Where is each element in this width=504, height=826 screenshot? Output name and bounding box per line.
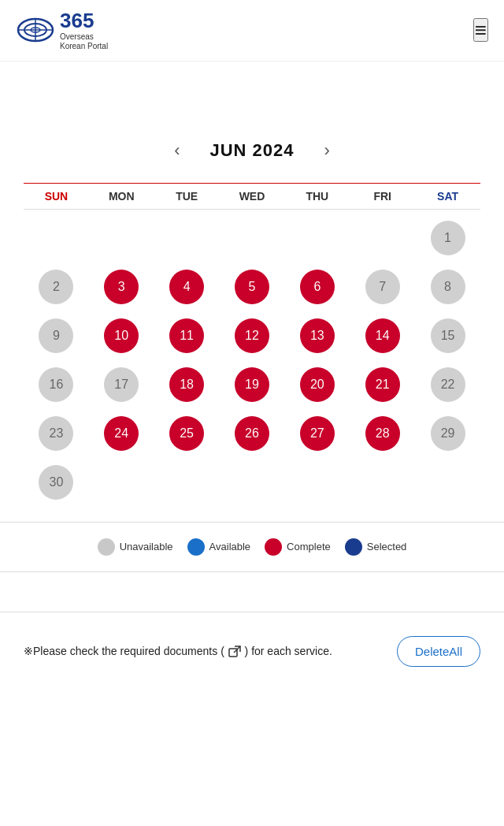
day-cell: 22 xyxy=(415,361,480,408)
day-cell: 9 xyxy=(24,312,89,359)
logo-sub-line1: Overseas xyxy=(60,32,108,42)
day-cell xyxy=(284,459,350,506)
day-cell: 12 xyxy=(220,312,285,359)
day-cell xyxy=(89,459,154,506)
day-circle-8[interactable]: 8 xyxy=(431,270,465,304)
day-cell xyxy=(415,459,480,506)
day-cell: 4 xyxy=(154,263,220,311)
day-circle-2[interactable]: 2 xyxy=(39,270,73,304)
day-circle-10[interactable]: 10 xyxy=(104,318,139,353)
day-cell xyxy=(220,214,285,262)
hamburger-button[interactable]: ≡ xyxy=(473,18,488,42)
day-cell: 17 xyxy=(89,361,154,408)
day-cell: 27 xyxy=(284,410,350,457)
day-cell: 15 xyxy=(415,312,480,359)
legend-dot-unavailable xyxy=(98,538,115,556)
day-circle-20[interactable]: 20 xyxy=(300,367,335,402)
legend: UnavailableAvailableCompleteSelected xyxy=(0,522,504,564)
day-circle-3[interactable]: 3 xyxy=(104,270,139,304)
day-circle-25[interactable]: 25 xyxy=(169,416,204,451)
logo-text: 365 Overseas Korean Portal xyxy=(60,9,108,51)
day-circle-24[interactable]: 24 xyxy=(104,416,139,451)
day-circle-19[interactable]: 19 xyxy=(235,367,269,402)
legend-dot-complete xyxy=(265,538,282,556)
day-circle-1[interactable]: 1 xyxy=(431,221,465,255)
day-circle-21[interactable]: 21 xyxy=(365,367,400,402)
day-cell: 18 xyxy=(154,361,220,408)
weekday-cell-tue: TUE xyxy=(154,190,220,203)
day-circle-11[interactable]: 11 xyxy=(169,318,204,353)
legend-label-unavailable: Unavailable xyxy=(120,541,173,553)
divider xyxy=(0,571,504,572)
day-cell: 28 xyxy=(350,410,415,457)
legend-label-selected: Selected xyxy=(367,541,407,553)
legend-label-available: Available xyxy=(209,541,251,553)
prev-month-button[interactable]: ‹ xyxy=(168,140,186,161)
footer-area: ※Please check the required documents ( )… xyxy=(0,620,504,683)
legend-item-available: Available xyxy=(187,538,251,556)
spacer xyxy=(0,61,504,125)
day-cell xyxy=(284,214,350,262)
day-circle-28[interactable]: 28 xyxy=(365,416,400,451)
day-circle-18[interactable]: 18 xyxy=(169,367,204,402)
day-cell: 1 xyxy=(415,214,480,262)
footer-text-suffix: ) for each service. xyxy=(245,645,332,657)
day-circle-15[interactable]: 15 xyxy=(431,318,465,353)
day-cell: 8 xyxy=(415,263,480,311)
legend-item-selected: Selected xyxy=(345,538,407,556)
weekday-cell-sat: SAT xyxy=(415,190,480,203)
day-cell: 26 xyxy=(220,410,285,457)
day-circle-30[interactable]: 30 xyxy=(39,465,73,500)
day-circle-29[interactable]: 29 xyxy=(431,416,465,451)
day-cell: 13 xyxy=(284,312,350,359)
day-circle-23[interactable]: 23 xyxy=(39,416,73,451)
legend-dot-selected xyxy=(345,538,362,556)
calendar-section: ‹ JUN 2024 › SUNMONTUEWEDTHUFRISAT 12345… xyxy=(0,125,504,514)
day-cell: 16 xyxy=(24,361,89,408)
day-cell: 21 xyxy=(350,361,415,408)
header: 365 Overseas Korean Portal ≡ xyxy=(0,0,504,61)
day-circle-27[interactable]: 27 xyxy=(300,416,335,451)
weekday-cell-sun: SUN xyxy=(24,190,89,203)
weekday-row: SUNMONTUEWEDTHUFRISAT xyxy=(24,183,480,210)
day-cell xyxy=(24,214,89,262)
day-cell: 30 xyxy=(24,459,89,506)
next-month-button[interactable]: › xyxy=(318,140,336,161)
spacer2 xyxy=(0,580,504,604)
month-label: JUN 2024 xyxy=(209,140,294,161)
day-circle-4[interactable]: 4 xyxy=(169,270,204,304)
legend-item-unavailable: Unavailable xyxy=(98,538,173,556)
day-circle-12[interactable]: 12 xyxy=(235,318,269,353)
day-cell: 7 xyxy=(350,263,415,311)
day-cell: 11 xyxy=(154,312,220,359)
day-cell: 25 xyxy=(154,410,220,457)
logo-icon xyxy=(16,14,55,46)
day-circle-7[interactable]: 7 xyxy=(365,270,400,304)
day-cell xyxy=(154,459,220,506)
day-circle-22[interactable]: 22 xyxy=(431,367,465,402)
day-circle-14[interactable]: 14 xyxy=(365,318,400,353)
day-circle-16[interactable]: 16 xyxy=(39,367,73,402)
logo-sub-line2: Korean Portal xyxy=(60,42,108,51)
delete-all-button[interactable]: DeleteAll xyxy=(397,636,480,667)
day-circle-13[interactable]: 13 xyxy=(300,318,335,353)
day-circle-26[interactable]: 26 xyxy=(235,416,269,451)
day-circle-6[interactable]: 6 xyxy=(300,270,335,304)
legend-label-complete: Complete xyxy=(287,541,331,553)
day-cell: 3 xyxy=(89,263,154,311)
footer-text: ※Please check the required documents ( )… xyxy=(24,643,384,660)
legend-item-complete: Complete xyxy=(265,538,331,556)
day-cell xyxy=(154,214,220,262)
day-cell xyxy=(350,459,415,506)
weekday-cell-wed: WED xyxy=(220,190,285,203)
month-nav: ‹ JUN 2024 › xyxy=(24,140,480,169)
weekday-cell-mon: MON xyxy=(89,190,154,203)
day-cell: 6 xyxy=(284,263,350,311)
day-cell: 19 xyxy=(220,361,285,408)
day-circle-9[interactable]: 9 xyxy=(39,318,73,353)
day-cell: 5 xyxy=(220,263,285,311)
day-circle-5[interactable]: 5 xyxy=(235,270,269,304)
legend-dot-available xyxy=(187,538,205,556)
divider2 xyxy=(0,612,504,612)
day-circle-17[interactable]: 17 xyxy=(104,367,139,402)
